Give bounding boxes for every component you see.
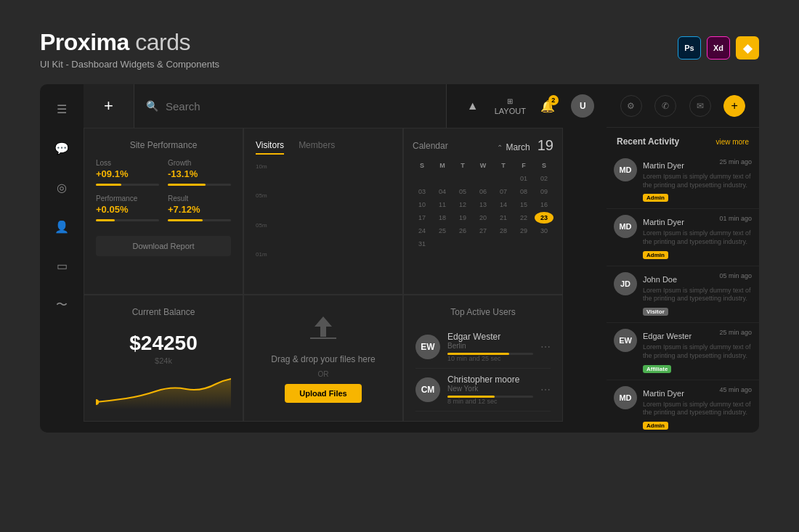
tab-visitors[interactable]: Visitors <box>256 140 284 155</box>
activity-item: EW Edgar Wester 25 min ago Lorem Ipsum i… <box>607 323 759 380</box>
act-info: John Doe 05 min ago Lorem Ipsum is simpl… <box>643 272 752 316</box>
sidebar-chat-icon[interactable]: 💬 <box>49 135 75 161</box>
cal-day[interactable]: 01 <box>514 173 533 184</box>
sidebar-user-icon[interactable]: 👤 <box>49 213 75 240</box>
search-bar[interactable]: 🔍 <box>134 84 447 128</box>
cal-day[interactable]: 18 <box>433 212 452 224</box>
notification-badge: 2 <box>548 95 559 105</box>
settings-action-btn[interactable]: ⚙ <box>620 95 642 117</box>
cards-grid: Site Performance Loss +09.1% Growth -13.… <box>84 128 607 433</box>
cal-day[interactable] <box>453 173 472 184</box>
user-location: New York <box>447 385 533 393</box>
drive-icon[interactable]: ▲ <box>459 92 487 120</box>
cal-day[interactable]: 19 <box>453 212 472 224</box>
cal-day[interactable] <box>514 238 533 250</box>
cal-day[interactable] <box>494 173 513 184</box>
cal-day[interactable]: 25 <box>433 225 452 237</box>
cal-day[interactable]: 13 <box>474 199 492 210</box>
user-more-button[interactable]: ⋯ <box>540 341 551 353</box>
cal-day[interactable]: 26 <box>453 225 472 237</box>
user-info: Christopher moore New York 8 min and 12 … <box>447 375 533 405</box>
cal-day[interactable]: 09 <box>535 186 553 197</box>
brand-title: Proxima cards <box>40 29 219 56</box>
cal-day[interactable] <box>474 173 492 184</box>
cal-day[interactable] <box>433 173 452 184</box>
cal-day[interactable]: 16 <box>535 199 553 210</box>
calendar-card: Calendar ⌃ March 19 S M T W T F S <box>403 128 563 295</box>
cal-day[interactable]: 28 <box>494 225 513 237</box>
sidebar-settings-icon[interactable]: ◎ <box>49 174 75 200</box>
cal-day[interactable]: 06 <box>474 186 492 197</box>
result-item: Result +7.12% <box>168 195 231 221</box>
growth-bar <box>168 184 231 186</box>
cal-day[interactable]: 04 <box>433 186 452 197</box>
cal-day[interactable] <box>474 238 492 250</box>
cal-day[interactable]: 27 <box>474 225 492 237</box>
growth-value: -13.1% <box>168 168 231 179</box>
cal-day[interactable]: 02 <box>535 173 553 184</box>
download-report-button[interactable]: Download Report <box>96 236 231 256</box>
whatsapp-action-btn[interactable]: ✆ <box>654 95 676 117</box>
user-item: EW Edgar Wester Berlin 10 min and 25 sec… <box>415 326 551 369</box>
cal-day[interactable]: 07 <box>494 186 513 197</box>
cal-day[interactable] <box>413 173 431 184</box>
topbar-actions: ▲ ⊞LAYOUT 🔔2 U <box>447 84 607 128</box>
user-time: 10 min and 25 sec <box>447 355 533 362</box>
sidebar: ☰ 💬 ◎ 👤 ▭ 〜 <box>40 84 84 433</box>
cal-day[interactable]: 15 <box>514 199 533 210</box>
cal-day[interactable]: 21 <box>494 212 513 224</box>
cal-day[interactable]: 20 <box>474 212 492 224</box>
user-avatar-cm: CM <box>415 377 440 402</box>
cal-day[interactable]: 08 <box>514 186 533 197</box>
cal-day[interactable]: 14 <box>494 199 513 210</box>
cal-day[interactable]: 31 <box>413 238 431 250</box>
act-avatar: MD <box>614 215 637 238</box>
tab-members[interactable]: Members <box>299 140 335 155</box>
perf-bar <box>96 219 159 221</box>
layout-button[interactable]: ⊞LAYOUT <box>496 92 524 120</box>
user-info: Edgar Wester Berlin 10 min and 25 sec <box>447 332 533 362</box>
cal-day[interactable]: 29 <box>514 225 533 237</box>
cal-day[interactable]: 12 <box>453 199 472 210</box>
act-badge: Affiliate <box>643 365 671 373</box>
search-input[interactable] <box>166 100 434 112</box>
cal-day[interactable]: 11 <box>433 199 452 210</box>
cal-header-t2: T <box>494 160 513 171</box>
message-action-btn[interactable]: ✉ <box>689 95 711 117</box>
notification-bell[interactable]: 🔔2 <box>534 92 561 120</box>
add-button[interactable]: + <box>84 84 134 128</box>
sidebar-layout-icon[interactable]: ▭ <box>49 253 75 279</box>
act-avatar: JD <box>614 272 637 295</box>
cal-day[interactable]: 22 <box>514 212 533 224</box>
activity-header: Recent Activity view more <box>607 128 759 152</box>
activity-list: MD Martin Dyer 25 min ago Lorem Ipsum is… <box>607 152 759 433</box>
cal-day[interactable] <box>494 238 513 250</box>
cal-day[interactable]: 17 <box>413 212 431 224</box>
calendar-grid: S M T W T F S 01 02 03 <box>413 160 553 250</box>
cal-day[interactable] <box>453 238 472 250</box>
sidebar-menu-icon[interactable]: ☰ <box>49 96 75 122</box>
add-action-btn[interactable]: + <box>723 95 745 117</box>
view-more-link[interactable]: view more <box>715 138 749 146</box>
chart-tabs: Visitors Members <box>256 140 391 155</box>
loss-bar <box>96 184 159 186</box>
cal-day[interactable]: 10 <box>413 199 431 210</box>
act-info: Edgar Wester 25 min ago Lorem Ipsum is s… <box>643 329 752 373</box>
user-avatar[interactable]: U <box>571 94 594 118</box>
cal-day[interactable]: 05 <box>453 186 472 197</box>
user-more-button[interactable]: ⋯ <box>540 384 551 396</box>
act-avatar: MD <box>614 386 637 409</box>
cal-header-w: W <box>474 160 492 171</box>
cal-day[interactable]: 24 <box>413 225 431 237</box>
cal-day[interactable] <box>433 238 452 250</box>
user-name: Christopher moore <box>447 375 533 385</box>
cal-day-today[interactable]: 23 <box>535 212 553 224</box>
upload-files-button[interactable]: Upload Files <box>285 384 361 403</box>
cal-day[interactable]: 03 <box>413 186 431 197</box>
cal-day[interactable]: 30 <box>535 225 553 237</box>
cal-day[interactable] <box>535 238 553 250</box>
activity-item: JD John Doe 05 min ago Lorem Ipsum is si… <box>607 266 759 323</box>
header-icons: Ps Xd ◆ <box>678 36 759 60</box>
user-item: CM Christopher moore New York 8 min and … <box>415 369 551 412</box>
sidebar-chart-icon[interactable]: 〜 <box>49 292 75 318</box>
